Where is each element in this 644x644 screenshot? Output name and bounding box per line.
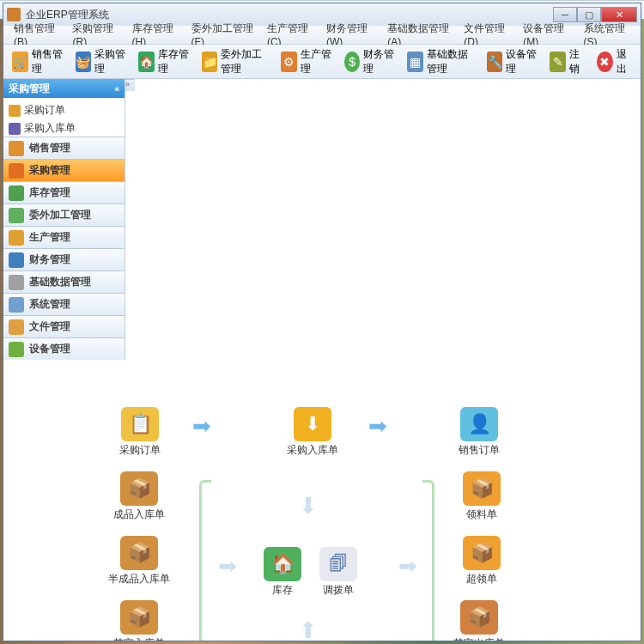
nav-icon <box>9 252 24 268</box>
nav-icon <box>9 319 24 335</box>
tool-finance[interactable]: $财务管理 <box>341 46 399 78</box>
cart-icon: 🛒 <box>12 52 28 72</box>
arrow-right-icon: ➡ <box>398 553 417 580</box>
tool-device[interactable]: 🔧设备管理 <box>483 46 542 78</box>
flow-sales-order[interactable]: 👤销售订单 <box>459 407 500 458</box>
arrow-up-icon: ⬆ <box>299 617 318 641</box>
flow-purchase-order[interactable]: 📋采购订单 <box>119 407 161 458</box>
sidebar: 采购管理 « 采购订单 采购入库单 物料需求计划 采购付款单统计报表 采购入库单… <box>3 79 125 360</box>
nav-basedata[interactable]: 基础数据管理 <box>3 270 125 293</box>
tool-purchase[interactable]: 🧺采购管理 <box>72 46 131 78</box>
flow-other-in[interactable]: 📦其它入库单 <box>113 600 165 641</box>
tool-stock[interactable]: 🏠库存管理 <box>135 46 193 78</box>
flow-inventory[interactable]: 🏠库存 <box>264 547 301 598</box>
user-doc-icon: 👤 <box>460 407 498 441</box>
nav-stack: 销售管理 采购管理 库存管理 委外加工管理 生产管理 <box>3 137 125 248</box>
nav-device[interactable]: 设备管理 <box>3 337 125 360</box>
tool-basedata[interactable]: ▦基础数据管理 <box>404 46 477 78</box>
flow-purchase-in[interactable]: ⬇采购入库单 <box>287 407 338 458</box>
nav-purchase[interactable]: 采购管理 <box>3 159 125 181</box>
nav-icon <box>9 230 24 246</box>
nav-system[interactable]: 系统管理 <box>3 293 125 315</box>
key-icon: ✎ <box>550 52 565 72</box>
nav-production[interactable]: 生产管理 <box>3 226 125 248</box>
tool-exit[interactable]: ✖退出 <box>593 46 635 78</box>
nav-outsource[interactable]: 委外加工管理 <box>3 204 125 226</box>
home-icon: 🏠 <box>138 52 155 72</box>
nav-icon <box>9 208 24 223</box>
flow-transfer[interactable]: 🗐调拨单 <box>319 547 357 598</box>
flow-other-out[interactable]: 📦其它出库单 <box>453 600 505 641</box>
sidebar-header[interactable]: 采购管理 « <box>3 79 125 98</box>
nav-icon <box>9 163 24 179</box>
tool-outsource[interactable]: 📁委外加工管理 <box>198 46 272 78</box>
folder-icon: 📁 <box>202 52 218 72</box>
nav-icon <box>9 297 24 313</box>
bracket-right-icon <box>422 480 434 641</box>
tool-logout[interactable]: ✎注销 <box>546 46 588 78</box>
tree-item[interactable]: 采购订单 <box>5 101 123 119</box>
nav-icon <box>9 141 24 156</box>
download-icon: ⬇ <box>294 407 331 441</box>
box-out-icon: 📦 <box>460 600 498 635</box>
gear-icon: ⚙ <box>281 52 297 72</box>
doc-icon <box>9 123 21 135</box>
arrow-right-icon: ➡ <box>218 553 237 580</box>
collapse-icon[interactable]: « <box>114 84 119 94</box>
nav-icon <box>9 342 24 357</box>
tool-sales[interactable]: 🛒销售管理 <box>9 46 67 78</box>
nav-icon <box>9 275 24 290</box>
nav-sales[interactable]: 销售管理 <box>3 137 125 159</box>
home-icon: 🏠 <box>264 547 301 581</box>
sidebar-tree: 采购订单 采购入库单 物料需求计划 采购付款单统计报表 采购入库单开票情况 采购… <box>3 98 125 137</box>
arrow-right-icon: ➡ <box>368 413 387 440</box>
box-out-icon: 📦 <box>463 536 501 570</box>
nav-finance[interactable]: 财务管理 <box>3 248 125 270</box>
body: 采购管理 « 采购订单 采购入库单 物料需求计划 采购付款单统计报表 采购入库单… <box>3 79 641 360</box>
docs-icon: 🗐 <box>319 547 357 581</box>
app-window: 企业ERP管理系统 ─ ▢ ✕ 销售管理(B) 采购管理(R) 库存管理(H) … <box>3 3 641 641</box>
flow-canvas: 📋采购订单 📦成品入库单 📦半成品入库单 📦其它入库单 ✅委外完工入库 ⬇采购入… <box>3 360 641 641</box>
bracket-left-icon <box>199 480 211 641</box>
dollar-icon: $ <box>344 52 361 72</box>
calendar-icon: ▦ <box>407 52 423 72</box>
box-icon: 📦 <box>120 600 158 635</box>
nav-icon <box>9 185 24 201</box>
flow-finished-in[interactable]: 📦成品入库单 <box>113 471 165 522</box>
arrow-down-icon: ⬇ <box>299 493 318 519</box>
tool-production[interactable]: ⚙生产管理 <box>277 46 336 78</box>
toolbar: 🛒销售管理 🧺采购管理 🏠库存管理 📁委外加工管理 ⚙生产管理 $财务管理 ▦基… <box>3 45 641 79</box>
menubar: 销售管理(B) 采购管理(R) 库存管理(H) 委外加工管理(F) 生产管理(C… <box>3 26 641 45</box>
wrench-icon: 🔧 <box>487 52 503 72</box>
exit-icon: ✖ <box>597 52 612 72</box>
flow-semi-in[interactable]: 📦半成品入库单 <box>108 536 170 586</box>
doc-icon <box>9 105 21 117</box>
nav-footer[interactable]: » <box>125 79 135 91</box>
nav-files[interactable]: 文件管理 <box>3 315 125 337</box>
clipboard-icon: 📋 <box>121 407 159 441</box>
box-icon: 📦 <box>120 471 158 506</box>
flow-over-out[interactable]: 📦超领单 <box>463 536 501 586</box>
box-icon: 📦 <box>120 536 158 570</box>
nav-stock[interactable]: 库存管理 <box>3 181 125 204</box>
arrow-right-icon: ➡ <box>192 413 211 440</box>
basket-icon: 🧺 <box>76 52 92 72</box>
tree-item[interactable]: 采购入库单 <box>5 119 123 137</box>
flow-material-out[interactable]: 📦领料单 <box>463 471 501 522</box>
box-out-icon: 📦 <box>463 471 501 506</box>
sidebar-title: 采购管理 <box>9 82 50 96</box>
